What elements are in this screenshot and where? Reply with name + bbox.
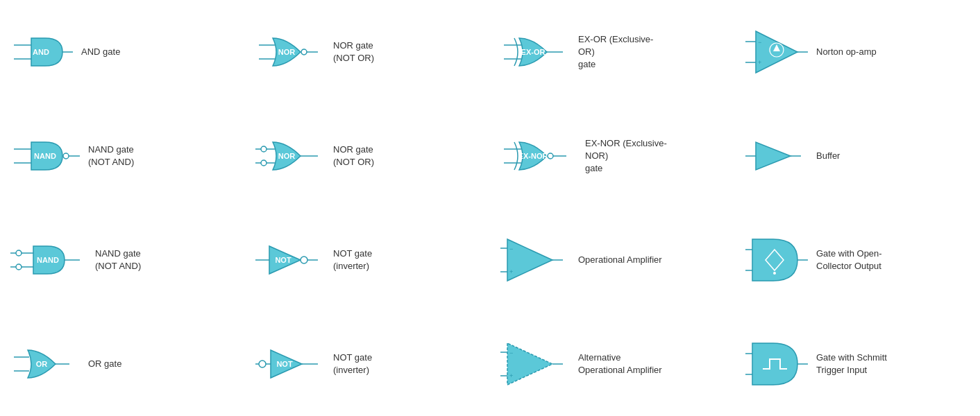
svg-text:−: −: [758, 39, 761, 46]
svg-text:NOR: NOR: [278, 152, 296, 160]
cell-norton-opamp: − + Norton op-amp: [735, 0, 980, 104]
svg-point-53: [301, 257, 307, 263]
svg-text:NOT: NOT: [276, 360, 293, 368]
open-collector-symbol: [745, 236, 808, 284]
buffer-symbol: [745, 135, 808, 177]
ex-or-gate-label: EX-OR (Exclusive-OR)gate: [578, 33, 668, 71]
alt-op-amp-label: AlternativeOperational Amplifier: [578, 352, 662, 376]
nor-gate-1-symbol: NOR: [255, 31, 325, 73]
nand-gate-2-symbol: NAND: [10, 239, 87, 281]
svg-text:+: +: [509, 372, 513, 379]
svg-point-27: [261, 160, 267, 166]
nand-gate-1-symbol: NAND: [10, 135, 80, 177]
svg-text:NAND: NAND: [37, 256, 59, 264]
cell-or-gate: OR OR gate: [0, 312, 245, 416]
nor-gate-2-label: NOR gate(NOT OR): [333, 144, 374, 168]
not-gate-1-symbol: NOT: [255, 239, 325, 281]
svg-marker-13: [756, 31, 797, 73]
svg-text:OR: OR: [36, 360, 48, 368]
and-gate-label: AND gate: [81, 46, 120, 58]
svg-text:+: +: [509, 268, 513, 275]
svg-marker-76: [507, 343, 552, 385]
nand-gate-2-label: NAND gate(NOT AND): [95, 248, 141, 272]
cell-nand-gate-1: NAND NAND gate(NOT AND): [0, 104, 245, 208]
svg-text:EX-NOR: EX-NOR: [518, 152, 548, 160]
cell-not-gate-2: NOT NOT gate(inverter): [245, 312, 490, 416]
schmitt-trigger-label: Gate with SchmittTrigger Input: [816, 352, 887, 376]
svg-point-64: [773, 272, 776, 275]
ex-or-gate-symbol: EX-OR: [500, 31, 570, 73]
cell-nand-gate-2: NAND NAND gate(NOT AND): [0, 208, 245, 312]
cell-open-collector: Gate with Open-Collector Output: [735, 208, 980, 312]
svg-text:NOT: NOT: [275, 256, 292, 264]
cell-buffer: Buffer: [735, 104, 980, 208]
cell-and-gate: AND AND gate: [0, 0, 245, 104]
svg-point-42: [16, 250, 22, 256]
svg-text:NOR: NOR: [278, 48, 296, 56]
svg-text:AND: AND: [33, 48, 49, 56]
nor-gate-2-symbol: NOR: [255, 135, 325, 177]
cell-alt-op-amp: − + AlternativeOperational Amplifier: [490, 312, 735, 416]
op-amp-label: Operational Amplifier: [578, 254, 662, 266]
svg-point-7: [301, 49, 307, 55]
not-gate-2-symbol: NOT: [255, 343, 325, 385]
svg-text:+: +: [758, 59, 761, 66]
cell-nor-gate-1: NOR NOR gate(NOT OR): [245, 0, 490, 104]
cell-op-amp: − + Operational Amplifier: [490, 208, 735, 312]
buffer-label: Buffer: [816, 150, 840, 162]
svg-text:EX-OR: EX-OR: [521, 48, 546, 56]
norton-opamp-symbol: − +: [745, 28, 808, 76]
svg-text:−: −: [509, 349, 513, 356]
ex-nor-gate-symbol: EX-NOR: [500, 135, 577, 177]
svg-point-70: [259, 361, 266, 367]
cell-ex-nor-gate: EX-NOR EX-NOR (Exclusive-NOR)gate: [490, 104, 735, 208]
not-gate-2-label: NOT gate(inverter): [333, 352, 372, 376]
svg-point-37: [548, 153, 553, 159]
cell-nor-gate-2: NOR NOR gate(NOT OR): [245, 104, 490, 208]
svg-marker-39: [756, 142, 791, 170]
svg-point-26: [261, 146, 267, 152]
open-collector-label: Gate with Open-Collector Output: [816, 248, 882, 272]
not-gate-1-label: NOT gate(inverter): [333, 248, 372, 272]
ex-nor-gate-label: EX-NOR (Exclusive-NOR)gate: [585, 137, 675, 175]
nand-gate-1-label: NAND gate(NOT AND): [88, 144, 134, 168]
and-gate-symbol: AND: [10, 31, 73, 73]
alt-op-amp-symbol: − +: [500, 340, 570, 388]
svg-text:NAND: NAND: [34, 152, 56, 160]
or-gate-label: OR gate: [88, 358, 121, 370]
cell-ex-or-gate: EX-OR EX-OR (Exclusive-OR)gate: [490, 0, 735, 104]
schmitt-trigger-symbol: [745, 340, 808, 388]
svg-point-24: [63, 153, 69, 159]
op-amp-symbol: − +: [500, 236, 570, 284]
svg-marker-55: [507, 239, 552, 281]
norton-opamp-label: Norton op-amp: [816, 46, 877, 58]
cell-not-gate-1: NOT NOT gate(inverter): [245, 208, 490, 312]
cell-schmitt-trigger: Gate with SchmittTrigger Input: [735, 312, 980, 416]
svg-point-43: [16, 264, 22, 270]
or-gate-symbol: OR: [10, 343, 80, 385]
nor-gate-1-label: NOR gate(NOT OR): [333, 40, 374, 64]
logic-gates-grid: AND AND gate NOR NOR gate(NOT OR): [0, 0, 980, 416]
svg-text:−: −: [509, 245, 513, 252]
